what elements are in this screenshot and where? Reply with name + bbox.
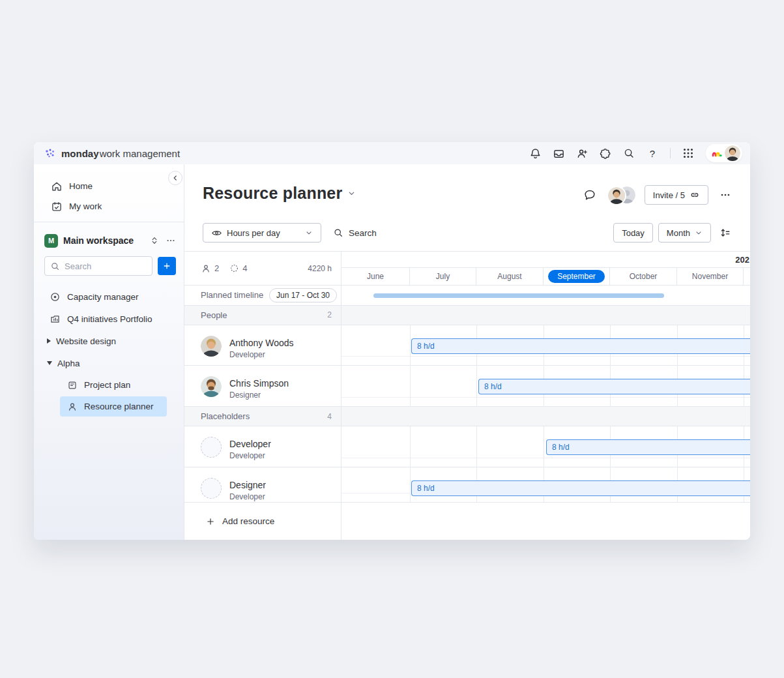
planned-timeline-range[interactable]: Jun 17 - Oct 30 bbox=[269, 288, 337, 302]
allocation-bar-label: 8 h/d bbox=[552, 443, 570, 452]
resource-info[interactable]: Developer Developer bbox=[184, 426, 341, 467]
people-count-group: 2 bbox=[201, 263, 219, 274]
apps-puzzle-icon bbox=[600, 147, 612, 160]
resource-info[interactable]: Designer Developer bbox=[184, 467, 341, 502]
allocation-bar[interactable]: 8 h/d bbox=[411, 338, 750, 354]
month-cell-partial bbox=[744, 268, 750, 285]
chevron-down-icon bbox=[305, 229, 313, 237]
planned-timeline-bar[interactable] bbox=[373, 293, 664, 298]
row-height-button[interactable] bbox=[716, 224, 734, 242]
today-button-label: Today bbox=[622, 228, 645, 238]
section-label: Placeholders bbox=[201, 411, 250, 421]
resource-role: Developer bbox=[229, 450, 271, 461]
portfolio-icon bbox=[50, 314, 61, 325]
calendar-check-icon bbox=[51, 201, 63, 213]
sidebar-item-capacity-manager[interactable]: Capacity manager bbox=[34, 286, 184, 307]
allocation-bar[interactable]: 8 h/d bbox=[546, 439, 750, 455]
invite-button[interactable]: Invite / 5 bbox=[645, 185, 708, 205]
capacity-icon bbox=[50, 291, 61, 302]
invite-button-label: Invite / 5 bbox=[653, 190, 685, 200]
resource-info[interactable]: Anthony Woods Developer bbox=[184, 325, 341, 366]
notifications-button[interactable] bbox=[525, 145, 545, 162]
plus-icon bbox=[162, 261, 171, 271]
add-item-button[interactable] bbox=[158, 257, 176, 275]
apps-marketplace-button[interactable] bbox=[596, 145, 615, 162]
section-count: 4 bbox=[327, 412, 332, 421]
inbox-icon bbox=[553, 147, 565, 160]
sidebar-item-website-design[interactable]: Website design bbox=[34, 331, 184, 351]
total-hours: 4220 h bbox=[308, 264, 332, 273]
planned-timeline-row: Planned timeline Jun 17 - Oct 30 bbox=[184, 286, 750, 306]
planner-search-label: Search bbox=[349, 228, 377, 238]
page-title-dropdown[interactable]: Resource planner bbox=[203, 184, 356, 203]
workspace-menu-icon[interactable] bbox=[166, 235, 176, 246]
topbar-divider bbox=[670, 148, 671, 158]
today-button[interactable]: Today bbox=[613, 223, 653, 243]
sidebar-item-resource-planner[interactable]: Resource planner bbox=[60, 396, 167, 417]
zoom-level-select[interactable]: Month bbox=[658, 223, 711, 243]
sidebar-search-field[interactable] bbox=[65, 261, 147, 271]
help-button[interactable]: ? bbox=[643, 145, 662, 162]
resource-role: Developer bbox=[229, 349, 294, 360]
allocation-bar-label: 8 h/d bbox=[417, 484, 435, 493]
planner-toolbar: Hours per day Search Today Month bbox=[203, 223, 734, 243]
profile-pill[interactable] bbox=[706, 144, 742, 162]
board-menu-button[interactable] bbox=[716, 186, 734, 204]
view-mode-value: Hours per day bbox=[227, 228, 280, 238]
chevron-left-icon bbox=[171, 174, 179, 182]
sidebar-item-project-plan[interactable]: Project plan bbox=[60, 375, 167, 395]
board-members-avatars[interactable] bbox=[607, 186, 637, 204]
inbox-button[interactable] bbox=[549, 145, 568, 162]
sidebar-item-alpha[interactable]: Alpha bbox=[34, 353, 184, 374]
resource-name: Chris Simpson bbox=[229, 377, 289, 389]
month-cell-july: July bbox=[410, 268, 476, 285]
resource-name: Developer bbox=[229, 438, 271, 450]
add-resource-label: Add resource bbox=[222, 516, 274, 526]
month-cell-november: November bbox=[677, 268, 744, 285]
sidebar-item-my-work[interactable]: My work bbox=[34, 196, 184, 216]
link-icon bbox=[690, 190, 700, 200]
monday-app-window: monday work management ? bbox=[34, 142, 750, 540]
grid-footer: Add resource bbox=[184, 502, 750, 540]
board-chat-button[interactable] bbox=[581, 186, 599, 204]
sidebar-item-label: Home bbox=[69, 181, 93, 191]
resource-name: Anthony Woods bbox=[229, 337, 294, 349]
sidebar-collapse-button[interactable] bbox=[168, 171, 182, 185]
workspace-avatar: M bbox=[44, 234, 58, 248]
resource-row-chris-simpson: Chris Simpson Designer 8 h/d bbox=[184, 366, 750, 407]
dashed-circle-icon bbox=[229, 263, 239, 273]
avatar-chris-simpson bbox=[201, 376, 222, 397]
placeholders-count: 4 bbox=[242, 263, 247, 273]
sidebar-search-input[interactable] bbox=[44, 256, 152, 276]
add-resource-button[interactable]: Add resource bbox=[184, 503, 341, 540]
planned-timeline-label: Planned timeline bbox=[201, 290, 263, 300]
resource-info[interactable]: Chris Simpson Designer bbox=[184, 366, 341, 406]
view-mode-select[interactable]: Hours per day bbox=[203, 223, 321, 243]
planner-search[interactable]: Search bbox=[333, 228, 377, 238]
section-people[interactable]: People 2 bbox=[184, 306, 750, 325]
sidebar: Home My work M Main workspace bbox=[34, 164, 184, 540]
sidebar-item-home[interactable]: Home bbox=[34, 176, 184, 196]
product-switcher-button[interactable] bbox=[678, 145, 698, 162]
page-title: Resource planner bbox=[203, 184, 342, 203]
invite-members-button[interactable] bbox=[572, 145, 592, 162]
allocation-bar[interactable]: 8 h/d bbox=[478, 379, 750, 394]
triangle-down-icon bbox=[47, 361, 52, 365]
sidebar-item-label: Website design bbox=[56, 336, 116, 346]
chevron-sort-icon[interactable] bbox=[150, 236, 159, 245]
search-icon bbox=[333, 228, 343, 238]
sidebar-item-label: My work bbox=[69, 201, 102, 211]
sidebar-item-label: Project plan bbox=[84, 380, 130, 390]
allocation-bar[interactable]: 8 h/d bbox=[411, 480, 750, 496]
monday-logo[interactable]: monday work management bbox=[44, 147, 180, 159]
sidebar-item-q4-portfolio[interactable]: Q4 initiatives Portfolio bbox=[34, 308, 184, 329]
person-icon bbox=[201, 263, 211, 274]
plus-icon bbox=[206, 517, 215, 526]
sidebar-divider bbox=[34, 222, 184, 222]
section-placeholders[interactable]: Placeholders 4 bbox=[184, 407, 750, 427]
person-plus-icon bbox=[576, 147, 588, 160]
resource-planner-grid: 2 4 4220 h 202 June bbox=[184, 251, 750, 502]
placeholder-avatar bbox=[201, 437, 222, 458]
global-search-button[interactable] bbox=[619, 145, 639, 162]
workspace-switcher[interactable]: M Main workspace bbox=[34, 229, 184, 252]
